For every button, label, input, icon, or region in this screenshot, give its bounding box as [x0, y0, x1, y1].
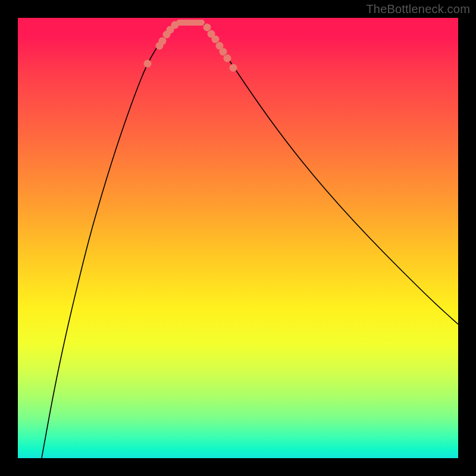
- curve-right: [201, 21, 458, 324]
- highlight-point: [224, 55, 231, 62]
- highlight-bar: [176, 20, 205, 26]
- watermark-text: TheBottleneck.com: [366, 2, 470, 16]
- curve-left: [42, 21, 181, 458]
- chart-frame: TheBottleneck.com: [0, 0, 476, 476]
- highlight-point: [203, 24, 211, 32]
- highlight-points: [144, 20, 237, 72]
- chart-svg: [18, 18, 458, 458]
- curve-group: [42, 21, 458, 458]
- highlight-point: [144, 60, 152, 68]
- highlight-point: [220, 48, 227, 56]
- highlight-point: [159, 37, 167, 45]
- highlight-point: [212, 36, 220, 43]
- plot-area: [18, 18, 458, 458]
- highlight-point: [230, 64, 237, 72]
